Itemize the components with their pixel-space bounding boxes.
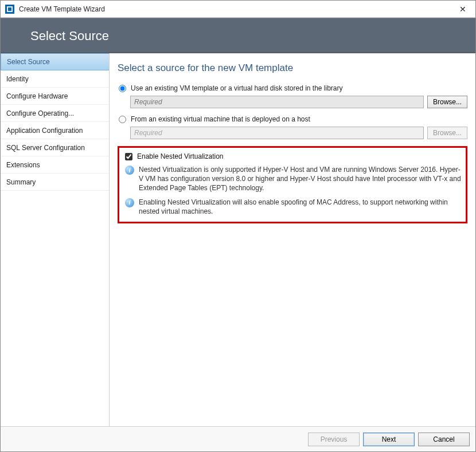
info-text: Nested Virtualization is only supported … xyxy=(139,165,461,193)
info-icon: i xyxy=(125,198,134,207)
sidebar-item-identity[interactable]: Identity xyxy=(1,70,109,88)
placeholder-text: Required xyxy=(134,98,162,106)
radio-existing-vm[interactable] xyxy=(119,116,126,123)
svg-rect-1 xyxy=(8,7,11,11)
option-existing-template[interactable]: Use an existing VM template or a virtual… xyxy=(118,84,467,92)
app-icon xyxy=(5,5,14,14)
nested-virtualization-row[interactable]: Enable Nested Virtualization xyxy=(124,152,461,160)
sidebar-item-extensions[interactable]: Extensions xyxy=(1,156,109,174)
banner: Select Source xyxy=(1,18,475,53)
checkbox-label: Enable Nested Virtualization xyxy=(137,152,224,160)
sidebar-item-sql-server-configuration[interactable]: SQL Server Configuration xyxy=(1,139,109,156)
page-heading: Select a source for the new VM template xyxy=(118,62,467,74)
option-label: From an existing virtual machine that is… xyxy=(131,115,310,123)
sidebar-item-select-source[interactable]: Select Source xyxy=(1,53,109,70)
placeholder-text: Required xyxy=(134,129,162,137)
window-title: Create VM Template Wizard xyxy=(19,5,455,13)
titlebar: Create VM Template Wizard ✕ xyxy=(1,1,475,18)
main-panel: Select a source for the new VM template … xyxy=(110,53,475,426)
template-path-input[interactable]: Required xyxy=(130,96,424,108)
browse-template-button[interactable]: Browse... xyxy=(427,96,467,108)
sidebar-item-label: Select Source xyxy=(7,58,50,66)
next-button[interactable]: Next xyxy=(363,433,415,446)
info-text: Enabling Nested Virtualization will also… xyxy=(139,198,461,216)
vm-path-input: Required xyxy=(130,127,424,139)
sidebar-item-configure-operating[interactable]: Configure Operating... xyxy=(1,105,109,122)
sidebar-item-label: Configure Hardware xyxy=(6,92,68,100)
input-row-existing-template: Required Browse... xyxy=(130,96,467,108)
radio-existing-template[interactable] xyxy=(119,85,126,92)
wizard-window: Create VM Template Wizard ✕ Select Sourc… xyxy=(0,0,476,452)
banner-title: Select Source xyxy=(30,29,109,44)
enable-nested-checkbox[interactable] xyxy=(125,153,132,160)
option-label: Use an existing VM template or a virtual… xyxy=(131,84,343,92)
sidebar-item-label: Extensions xyxy=(6,161,40,169)
info-icon: i xyxy=(125,166,134,175)
footer: Previous Next Cancel xyxy=(1,426,475,451)
body: Select Source Identity Configure Hardwar… xyxy=(1,53,475,426)
sidebar-item-summary[interactable]: Summary xyxy=(1,174,109,191)
close-icon[interactable]: ✕ xyxy=(455,5,471,14)
option-existing-vm[interactable]: From an existing virtual machine that is… xyxy=(118,115,467,123)
browse-vm-button: Browse... xyxy=(427,127,467,139)
sidebar-item-label: Configure Operating... xyxy=(6,109,74,117)
info-row: i Nested Virtualization is only supporte… xyxy=(124,165,461,193)
nested-virtualization-highlight: Enable Nested Virtualization i Nested Vi… xyxy=(118,146,467,223)
sidebar-item-label: Summary xyxy=(6,178,36,186)
sidebar: Select Source Identity Configure Hardwar… xyxy=(1,53,110,426)
sidebar-item-application-configuration[interactable]: Application Configuration xyxy=(1,122,109,139)
sidebar-item-label: Identity xyxy=(6,75,29,83)
sidebar-item-label: SQL Server Configuration xyxy=(6,144,85,152)
previous-button: Previous xyxy=(308,433,360,446)
info-row: i Enabling Nested Virtualization will al… xyxy=(124,198,461,216)
sidebar-item-label: Application Configuration xyxy=(6,127,83,135)
cancel-button[interactable]: Cancel xyxy=(418,433,470,446)
input-row-existing-vm: Required Browse... xyxy=(130,127,467,139)
sidebar-item-configure-hardware[interactable]: Configure Hardware xyxy=(1,88,109,105)
